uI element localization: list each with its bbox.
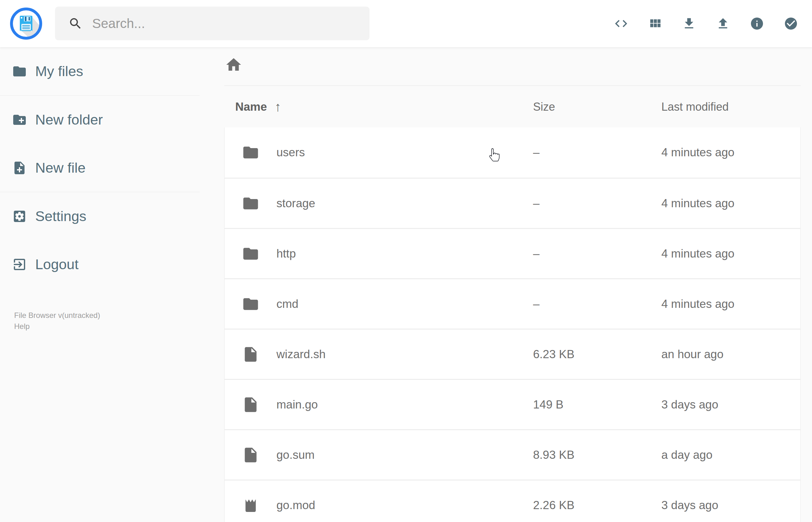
- file-size: 6.23 KB: [533, 329, 574, 379]
- file-modified: an hour ago: [662, 329, 724, 379]
- listing-rows: users – 4 minutes ago storage – 4 minute…: [224, 127, 801, 522]
- file-modified: 4 minutes ago: [662, 127, 734, 178]
- column-label: Name: [235, 100, 267, 114]
- file-row[interactable]: go.mod 2.26 KB 3 days ago: [224, 480, 801, 522]
- breadcrumb: [224, 47, 801, 85]
- file-name: main.go: [277, 380, 318, 429]
- file-row[interactable]: wizard.sh 6.23 KB an hour ago: [224, 328, 801, 379]
- column-header-size[interactable]: Size: [533, 94, 555, 120]
- file-row[interactable]: go.sum 8.93 KB a day ago: [224, 429, 801, 480]
- upload-icon: [716, 16, 730, 31]
- file-size: 2.26 KB: [533, 481, 574, 522]
- info-button[interactable]: [750, 16, 764, 31]
- file-row[interactable]: users – 4 minutes ago: [224, 127, 801, 178]
- file-row[interactable]: cmd – 4 minutes ago: [224, 278, 801, 328]
- sidebar-item-logout[interactable]: Logout: [0, 240, 200, 288]
- file-row[interactable]: storage – 4 minutes ago: [224, 178, 801, 228]
- filebrowser-app: My files New folder New file Settings Lo…: [0, 0, 812, 522]
- sidebar-item-label: New folder: [35, 112, 103, 128]
- upload-button[interactable]: [716, 16, 730, 31]
- info-icon: [750, 16, 764, 31]
- folder-icon: [242, 295, 260, 313]
- file-modified: 4 minutes ago: [662, 279, 734, 328]
- shell-button[interactable]: [614, 16, 628, 31]
- sidebar-item-settings[interactable]: Settings: [0, 192, 200, 240]
- settings-icon: [12, 209, 27, 224]
- file-name: wizard.sh: [277, 329, 325, 379]
- header-actions: [614, 0, 798, 47]
- listing-header: Name ↑ Size Last modified: [224, 94, 801, 120]
- file-modified: 4 minutes ago: [662, 229, 734, 278]
- grid-view-icon: [648, 16, 662, 31]
- breadcrumb-divider: [224, 85, 801, 86]
- file-size: 149 B: [533, 380, 564, 429]
- logout-icon: [12, 257, 27, 272]
- sidebar-item-label: New file: [35, 160, 85, 176]
- file-modified: 4 minutes ago: [662, 179, 734, 228]
- file-modified: a day ago: [662, 430, 713, 480]
- filebrowser-logo[interactable]: [10, 7, 42, 40]
- file-name: go.sum: [277, 430, 314, 480]
- folder-icon: [242, 245, 260, 263]
- note-add-icon: [12, 160, 27, 176]
- version-text: File Browser v(untracked): [14, 310, 100, 321]
- folder-icon: [242, 144, 260, 161]
- column-header-last-modified[interactable]: Last modified: [662, 94, 729, 120]
- file-size: –: [533, 229, 540, 278]
- file-row[interactable]: http – 4 minutes ago: [224, 228, 801, 278]
- file-size: –: [533, 279, 540, 328]
- sidebar-footer: File Browser v(untracked) Help: [14, 310, 100, 332]
- switch-view-button[interactable]: [648, 16, 662, 31]
- sidebar-item-new-folder[interactable]: New folder: [0, 96, 200, 144]
- code-icon: [614, 16, 628, 31]
- file-name: http: [277, 229, 296, 278]
- column-header-name[interactable]: Name ↑: [235, 94, 281, 120]
- create-new-folder-icon: [12, 112, 27, 127]
- file-size: –: [533, 127, 540, 178]
- sidebar-item-new-file[interactable]: New file: [0, 144, 200, 192]
- top-bar: [0, 0, 812, 47]
- file-icon: [242, 446, 260, 464]
- column-label: Last modified: [662, 100, 729, 114]
- breadcrumb-home-button[interactable]: [225, 55, 244, 74]
- folder-icon: [12, 64, 27, 79]
- folder-icon: [242, 195, 260, 212]
- file-name: go.mod: [277, 481, 315, 522]
- help-link[interactable]: Help: [14, 321, 100, 332]
- file-icon: [242, 396, 260, 414]
- search-icon: [68, 16, 83, 31]
- file-modified: 3 days ago: [662, 380, 718, 429]
- sidebar-item-label: Settings: [35, 208, 86, 224]
- file-size: 8.93 KB: [533, 430, 574, 480]
- movie-file-icon: [242, 497, 260, 514]
- sidebar-item-label: My files: [35, 63, 83, 80]
- sort-ascending-icon: ↑: [275, 100, 281, 114]
- sidebar: My files New folder New file Settings Lo…: [0, 47, 200, 522]
- file-size: –: [533, 179, 540, 228]
- sidebar-item-label: Logout: [35, 256, 79, 273]
- file-name: storage: [277, 179, 315, 228]
- file-icon: [242, 346, 260, 363]
- file-row[interactable]: main.go 149 B 3 days ago: [224, 379, 801, 429]
- download-button[interactable]: [682, 16, 696, 31]
- sidebar-item-my-files[interactable]: My files: [0, 47, 200, 95]
- file-name: users: [277, 127, 305, 178]
- column-label: Size: [533, 100, 555, 114]
- select-multiple-button[interactable]: [784, 16, 798, 31]
- file-modified: 3 days ago: [662, 481, 718, 522]
- file-name: cmd: [277, 279, 299, 328]
- search-input[interactable]: [92, 16, 363, 31]
- search-bar[interactable]: [55, 6, 369, 40]
- download-icon: [682, 16, 696, 31]
- home-icon: [225, 56, 242, 74]
- check-circle-icon: [784, 16, 798, 31]
